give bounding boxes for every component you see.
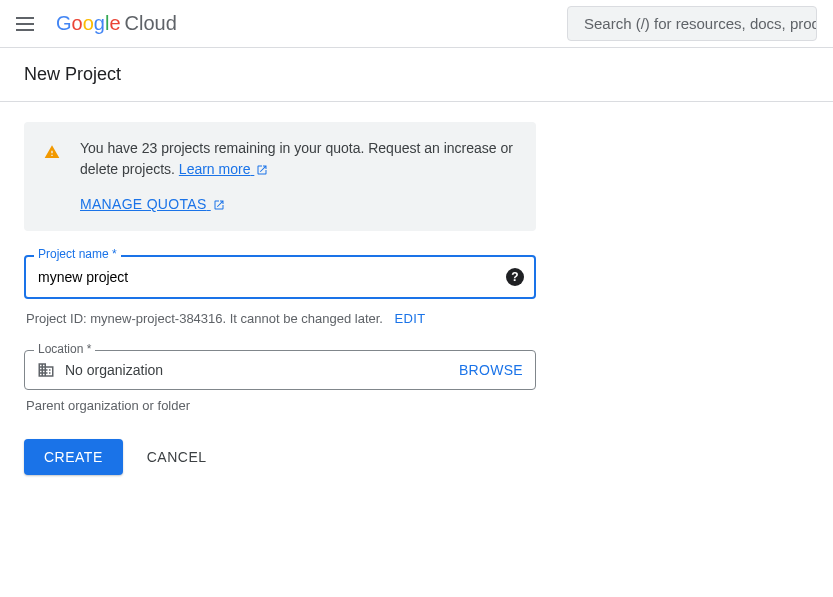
location-field: Location * No organization BROWSE (24, 350, 536, 390)
hamburger-menu-icon[interactable] (16, 12, 40, 36)
help-icon[interactable]: ? (506, 268, 524, 286)
manage-quotas-label: MANAGE QUOTAS (80, 196, 207, 212)
location-label: Location * (34, 342, 95, 356)
external-link-icon (213, 199, 225, 211)
edit-project-id-link[interactable]: EDIT (395, 311, 426, 326)
cancel-button[interactable]: CANCEL (147, 449, 207, 465)
main-content: You have 23 projects remaining in your q… (0, 102, 560, 495)
browse-button[interactable]: BROWSE (459, 362, 523, 378)
warning-icon (44, 144, 60, 215)
project-name-field: Project name * ? (24, 255, 536, 299)
quota-message: You have 23 projects remaining in your q… (80, 140, 513, 177)
location-value: No organization (65, 362, 449, 378)
create-button[interactable]: CREATE (24, 439, 123, 475)
learn-more-link[interactable]: Learn more (179, 161, 268, 177)
project-id-text: Project ID: mynew-project-384316. It can… (26, 311, 383, 326)
info-text-block: You have 23 projects remaining in your q… (80, 138, 516, 215)
learn-more-label: Learn more (179, 161, 251, 177)
project-name-input[interactable] (24, 255, 536, 299)
search-input[interactable]: Search (/) for resources, docs, prod (567, 6, 817, 41)
external-link-icon (256, 164, 268, 176)
organization-icon (37, 361, 55, 379)
location-helper-text: Parent organization or folder (24, 396, 536, 415)
action-buttons: CREATE CANCEL (24, 439, 536, 475)
project-name-label: Project name * (34, 247, 121, 261)
manage-quotas-link[interactable]: MANAGE QUOTAS (80, 196, 225, 212)
quota-info-box: You have 23 projects remaining in your q… (24, 122, 536, 231)
logo-cloud-text: Cloud (125, 12, 177, 35)
project-id-helper: Project ID: mynew-project-384316. It can… (24, 307, 536, 330)
page-title: New Project (24, 64, 809, 85)
location-input-row: No organization BROWSE (24, 350, 536, 390)
page-title-bar: New Project (0, 48, 833, 102)
google-cloud-logo[interactable]: Google Cloud (56, 12, 177, 35)
top-header: Google Cloud Search (/) for resources, d… (0, 0, 833, 48)
